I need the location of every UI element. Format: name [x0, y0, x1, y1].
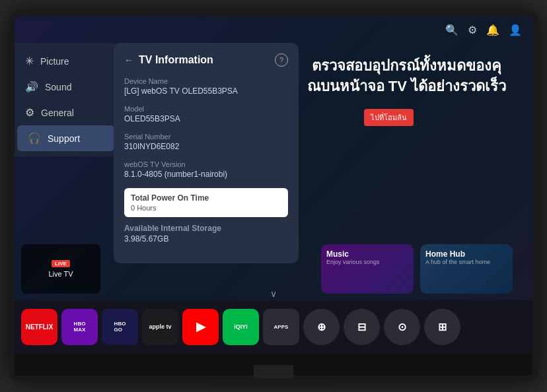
serial-number-label: Serial Number [124, 133, 288, 141]
sidebar-item-sound-label: Sound [45, 82, 71, 92]
device-name-value: [LG] webOS TV OLED55B3PSA [124, 86, 288, 96]
top-bar: 🔍 ⚙ 🔔 👤 [15, 16, 532, 43]
power-on-time-value: 0 Hours [131, 204, 281, 212]
app-youtube[interactable]: ▶ [182, 309, 219, 345]
search-icon[interactable]: 🔍 [445, 24, 458, 36]
music-title: Music [326, 249, 408, 259]
chevron-down-icon: ∨ [270, 288, 277, 299]
back-button[interactable]: ← [124, 55, 133, 65]
home-hub-card[interactable]: Home Hub A hub of the smart home [420, 244, 513, 294]
hub-title: Home Hub [425, 249, 507, 259]
sidebar-item-sound[interactable]: 🔊 Sound [15, 74, 117, 100]
sidebar-item-general[interactable]: ⚙ General [15, 100, 117, 125]
app-apple-tv[interactable]: apple tv [142, 309, 178, 345]
model-row: Model OLED55B3PSA [124, 105, 288, 123]
tv-frame: 🔍 ⚙ 🔔 👤 ตรวจสอบอุปกรณ์ทั้งหมดของคุ ณบนหน… [9, 11, 538, 381]
picture-icon: ✳ [25, 55, 34, 67]
help-icon[interactable]: ? [275, 53, 288, 67]
app-hbo-go[interactable]: HBOGO [102, 309, 138, 345]
info-panel-header: ← TV Information ? [124, 53, 288, 67]
hub-subtitle: A hub of the smart home [425, 259, 507, 265]
device-name-row: Device Name [LG] webOS TV OLED55B3PSA [124, 77, 288, 96]
sidebar-item-picture[interactable]: ✳ Picture [15, 48, 117, 74]
webos-version-value: 8.1.0-4805 (number1-nairobi) [124, 170, 288, 179]
storage-row: Available Internal Storage 3.98/5.67GB [124, 224, 288, 244]
music-card[interactable]: Music Enjoy various songs [321, 244, 414, 294]
app-apps[interactable]: APPS [263, 309, 299, 345]
info-panel-title: TV Information [139, 54, 270, 66]
storage-value: 3.98/5.67GB [124, 234, 288, 244]
app-icon-1[interactable]: ⊕ [303, 309, 340, 345]
tv-screen: 🔍 ⚙ 🔔 👤 ตรวจสอบอุปกรณ์ทั้งหมดของคุ ณบนหน… [15, 16, 532, 353]
app-icon-4[interactable]: ⊞ [424, 309, 460, 345]
bottom-app-bar: NETFLIX HBOMAX HBOGO apple tv ▶ iQIYI AP… [15, 300, 532, 353]
sidebar-item-general-label: General [41, 108, 74, 118]
live-badge: LIVE [52, 260, 70, 267]
stand-neck [254, 365, 293, 378]
tv-stand [15, 353, 532, 386]
app-icon-2[interactable]: ⊟ [344, 309, 380, 345]
tv-info-panel: ← TV Information ? Device Name [LG] webO… [114, 43, 299, 263]
model-value: OLED55B3PSA [124, 114, 288, 123]
general-icon: ⚙ [25, 106, 34, 119]
sidebar-item-picture-label: Picture [40, 56, 69, 67]
model-label: Model [124, 105, 288, 113]
webos-version-label: webOS TV Version [124, 160, 288, 168]
app-netflix[interactable]: NETFLIX [21, 309, 57, 345]
music-subtitle: Enjoy various songs [326, 259, 408, 265]
power-on-time-label: Total Power On Time [131, 193, 281, 203]
bg-thai-text: ตรวจสอบอุปกรณ์ทั้งหมดของคุ ณบนหน้าจอ TV … [307, 56, 506, 97]
live-tv-label: Live TV [48, 270, 73, 278]
sound-icon: 🔊 [25, 81, 38, 93]
app-icon-3[interactable]: ⊙ [384, 309, 420, 345]
red-button[interactable]: ไปที่โฮมล้น [364, 109, 414, 126]
webos-version-row: webOS TV Version 8.1.0-4805 (number1-nai… [124, 160, 288, 179]
stand-base [214, 378, 333, 386]
bell-icon[interactable]: 🔔 [486, 24, 499, 36]
live-tv-widget[interactable]: LIVE Live TV [21, 244, 100, 294]
app-hbo-max[interactable]: HBOMAX [61, 309, 98, 345]
storage-label: Available Internal Storage [124, 224, 288, 233]
settings-sidebar: ✳ Picture 🔊 Sound ⚙ General 🎧 Support [15, 43, 117, 156]
power-on-time-row[interactable]: Total Power On Time 0 Hours [124, 188, 288, 217]
device-name-label: Device Name [124, 77, 288, 85]
profile-icon[interactable]: 👤 [509, 24, 522, 36]
serial-number-row: Serial Number 310INYD6E082 [124, 133, 288, 151]
serial-number-value: 310INYD6E082 [124, 142, 288, 151]
settings-icon[interactable]: ⚙ [468, 24, 477, 36]
support-icon: 🎧 [28, 132, 41, 145]
sidebar-item-support[interactable]: 🎧 Support [17, 125, 114, 151]
app-iqiyi[interactable]: iQIYI [223, 309, 259, 345]
sidebar-item-support-label: Support [48, 133, 80, 144]
